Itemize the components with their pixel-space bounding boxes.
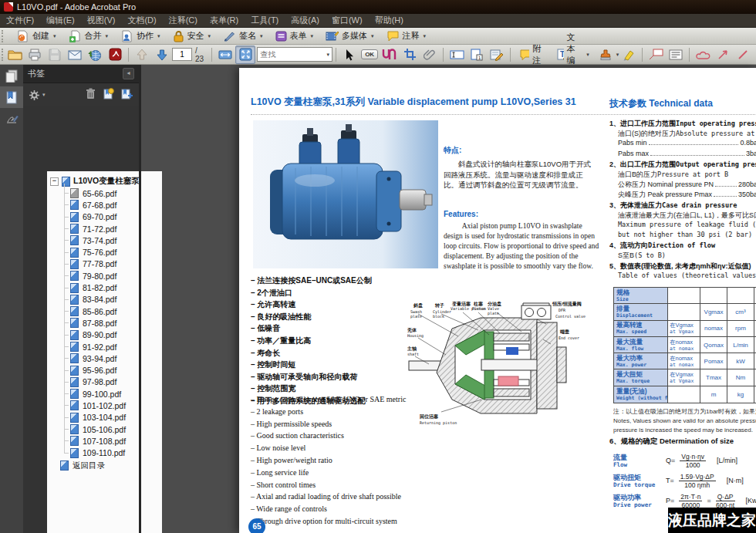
select-tool-button[interactable] (339, 46, 359, 64)
forms-button[interactable]: 表单▾ (269, 28, 320, 45)
collapse-expander-icon[interactable]: − (50, 177, 59, 186)
bookmark-item[interactable]: 81-82.pdf (47, 282, 162, 293)
bookmark-item[interactable]: 67-68.pdf (47, 199, 162, 211)
new-bookmark-button[interactable] (121, 88, 133, 103)
comment-button[interactable]: 注释▾ (380, 28, 433, 44)
bookmark-item[interactable]: 105-106.pdf (47, 423, 162, 435)
menu-item[interactable]: 高级(A) (285, 14, 326, 27)
bookmark-item-label: 77-78.pdf (83, 259, 116, 268)
toolbar-grip-2[interactable] (2, 49, 3, 61)
page-number-input[interactable] (172, 48, 192, 61)
cloud-tool-button[interactable] (693, 46, 713, 64)
menu-item[interactable]: 表单(R) (204, 14, 245, 27)
bookmark-item[interactable]: 65-66.pdf (47, 187, 162, 199)
tech-line: 5、 数值表(理论数值, 未考虑ηmh和ηv:近似值) (609, 261, 756, 272)
bookmark-item[interactable]: 89-90.pdf (47, 329, 162, 341)
text-field-tool-button[interactable] (447, 46, 467, 64)
find-dropdown-icon[interactable]: ▾ (327, 52, 330, 58)
menu-item[interactable]: 文件(F) (0, 14, 40, 27)
toolbar-grip[interactable] (2, 30, 8, 42)
rectangle-tool-button[interactable] (753, 46, 756, 64)
options-gear-button[interactable]: ▾ (29, 89, 46, 101)
next-page-button[interactable] (152, 46, 172, 64)
bookmark-item[interactable]: 97-98.pdf (47, 376, 162, 388)
bookmark-item[interactable]: 75-76.pdf (47, 246, 162, 258)
sticky-note-button[interactable]: 附注 (514, 41, 551, 69)
menu-item[interactable]: 工具(T) (245, 14, 285, 27)
tech-line: 油液泄油最大压力(在油口L, L1)，最多可比S口的进口 (609, 211, 756, 221)
fit-page-button[interactable] (235, 46, 255, 64)
signatures-panel-button[interactable] (0, 108, 23, 130)
bookmark-item[interactable]: 83-84.pdf (47, 294, 162, 305)
arrow-tool-button[interactable] (713, 46, 733, 64)
bookmark-item[interactable]: 93-94.pdf (47, 353, 162, 364)
page-icon (70, 224, 79, 234)
scrolling-mode-button[interactable] (215, 46, 235, 64)
sign-button[interactable]: 签名▾ (217, 28, 269, 45)
values-table-row: 重量(无油)Weight (without fluid) m kg (614, 386, 756, 403)
tech-line: 公称压力 Nominal pressure PN 280bar (609, 180, 756, 190)
tech-line: 油口B的压力 Pressure at port B (609, 170, 756, 180)
attach-file-button[interactable] (420, 46, 440, 64)
collaborate-button[interactable]: 协作▾ (114, 28, 167, 45)
create-button[interactable]: 创建▾ (10, 28, 62, 45)
stamp-tool-button[interactable] (596, 46, 616, 64)
bookmark-item[interactable]: 107-108.pdf (47, 435, 162, 447)
panel-menu-button[interactable]: ◂ (123, 68, 134, 79)
panel-splitter[interactable] (139, 65, 141, 533)
highlight-tool-button[interactable] (619, 46, 639, 64)
bullet-en: Axial and radial loading of drive shaft … (251, 491, 444, 503)
bookmark-item[interactable]: 95-96.pdf (47, 364, 162, 376)
table-note-line: Notes, Values shown are valid for an abs… (613, 417, 756, 426)
features-en-block: Features: Axial piston pump L10VO in swa… (444, 210, 602, 272)
bullet-en: Wide range of controls (251, 503, 444, 515)
menu-item[interactable]: 编辑(E) (40, 14, 81, 27)
form-edit-tool-button[interactable] (487, 46, 507, 64)
page-icon (70, 342, 79, 352)
textbox-tool-button[interactable] (666, 46, 686, 64)
bookmark-item[interactable]: 87-88.pdf (47, 317, 162, 329)
bookmark-item[interactable]: 85-86.pdf (47, 305, 162, 317)
loop-tool-button[interactable] (380, 46, 400, 64)
previous-page-button[interactable] (132, 46, 152, 64)
combine-button[interactable]: 合并▾ (62, 28, 115, 45)
page-template-tool-button[interactable]: 1 (467, 46, 487, 64)
bookmark-item[interactable]: 71-72.pdf (47, 223, 162, 234)
acrobat-collab-button[interactable] (105, 46, 125, 64)
secure-button[interactable]: 安全▾ (167, 28, 218, 45)
bookmark-item[interactable]: 79-80.pdf (47, 270, 162, 282)
bookmark-item[interactable]: 73-74.pdf (47, 234, 162, 246)
cursor-arrow-icon (344, 49, 355, 61)
callout-tool-button[interactable] (646, 46, 666, 64)
find-input[interactable] (258, 50, 326, 59)
bookmark-item-label: 107-108.pdf (83, 437, 126, 446)
menu-item[interactable]: 注释(C) (163, 14, 204, 27)
delete-bookmark-button[interactable] (86, 88, 96, 103)
upload-document-button[interactable] (85, 46, 105, 64)
svg-text:block: block (433, 314, 444, 319)
menu-item[interactable]: 文档(D) (121, 14, 162, 27)
svg-text:Control valve: Control valve (555, 314, 586, 319)
save-button[interactable] (45, 46, 65, 64)
bookmark-item[interactable]: 69-70.pdf (47, 211, 162, 223)
ok-stamp-button[interactable]: OK (359, 46, 380, 64)
bookmark-item[interactable]: 103-104.pdf (47, 412, 162, 423)
menu-item[interactable]: 视图(V) (81, 14, 122, 27)
menu-item[interactable]: 帮助(H) (369, 14, 410, 27)
bookmarks-panel-button[interactable] (0, 86, 23, 108)
bookmark-item[interactable]: 77-78.pdf (47, 258, 162, 270)
email-button[interactable] (65, 46, 85, 64)
multimedia-button[interactable]: 多媒体▾ (319, 28, 380, 45)
menu-item[interactable]: 窗口(W) (326, 14, 369, 27)
bookmark-item[interactable]: 99-100.pdf (47, 388, 162, 400)
print-button[interactable] (25, 46, 45, 64)
open-file-button[interactable] (5, 46, 25, 64)
goto-bookmark-button[interactable] (103, 88, 114, 103)
crop-tool-button[interactable] (400, 46, 420, 64)
bookmark-item[interactable]: 91-92.pdf (47, 341, 162, 353)
bookmark-back-to-toc[interactable]: 返回目录 (47, 460, 162, 472)
bookmark-item[interactable]: 101-102.pdf (47, 400, 162, 411)
bookmark-item[interactable]: 109-110.pdf (47, 447, 162, 459)
line-tool-button[interactable] (733, 46, 753, 64)
pages-panel-button[interactable] (0, 65, 23, 86)
